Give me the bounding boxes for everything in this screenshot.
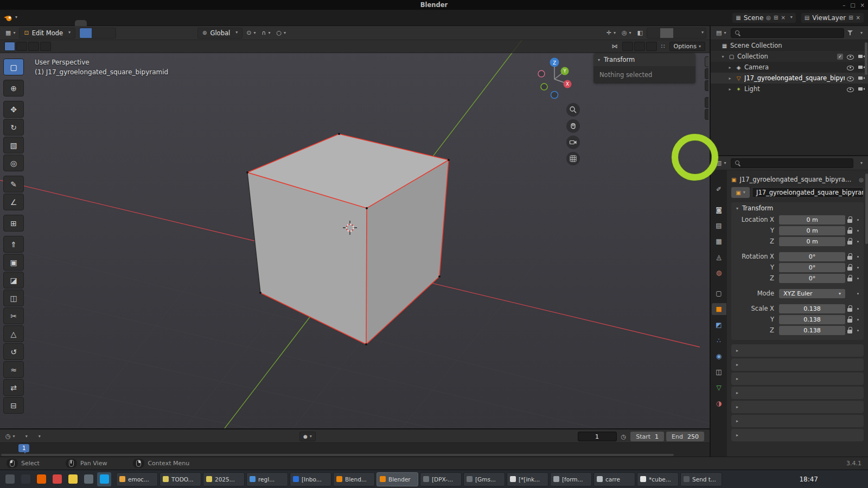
properties-tab[interactable]: ▤: [712, 220, 726, 232]
properties-tab[interactable]: ✐: [712, 183, 726, 195]
collapsed-section-header[interactable]: [731, 387, 864, 399]
proportional-edit-icon[interactable]: ○: [275, 29, 289, 36]
playhead-frame-badge[interactable]: 1: [18, 444, 29, 452]
tray-icon[interactable]: [835, 476, 843, 483]
tool-button[interactable]: ✎: [3, 176, 24, 192]
transport-button[interactable]: [319, 432, 329, 441]
lock-toggle[interactable]: [845, 238, 854, 245]
keyframe-dot[interactable]: [854, 267, 861, 268]
workspace-tab[interactable]: [170, 20, 182, 26]
taskbar-task[interactable]: Blend...: [333, 472, 375, 486]
value-field[interactable]: 0.138: [779, 315, 845, 324]
workspace-tab[interactable]: [99, 20, 111, 26]
frame-end-field[interactable]: End 250: [666, 432, 704, 441]
value-field[interactable]: 0°: [779, 263, 845, 272]
clock[interactable]: 18:47: [799, 476, 818, 483]
launcher-icon[interactable]: [3, 472, 17, 486]
transport-button[interactable]: [362, 432, 373, 441]
tool-button[interactable]: ⇑: [3, 236, 24, 253]
blender-logo-icon[interactable]: [3, 12, 17, 23]
tool-button[interactable]: ∠: [3, 194, 24, 210]
options-button[interactable]: Options: [669, 42, 705, 51]
launcher-icon[interactable]: [18, 472, 33, 486]
select-mode-button[interactable]: [104, 28, 116, 38]
value-field[interactable]: 0 m: [779, 226, 845, 235]
tray-icon[interactable]: [744, 476, 751, 483]
select-op-button[interactable]: [40, 42, 51, 51]
scene-selector[interactable]: ▦ Scene ◎ ⊞ ×: [732, 13, 796, 23]
outliner-row[interactable]: ▸ ✶ Light: [711, 84, 868, 94]
browse-object-icon[interactable]: ▣: [731, 187, 750, 198]
select-mode-button[interactable]: [80, 28, 92, 38]
tool-button[interactable]: ↺: [3, 343, 24, 360]
collapsed-section-header[interactable]: [731, 373, 864, 385]
tool-button[interactable]: ◪: [3, 272, 24, 288]
lock-toggle[interactable]: [845, 264, 854, 271]
taskbar-task[interactable]: TODO...: [159, 472, 201, 486]
select-op-button[interactable]: [28, 42, 39, 51]
show-overlays-icon[interactable]: ◎: [620, 29, 634, 36]
disable-render-camera-icon[interactable]: [858, 53, 865, 60]
navigation-gizmo[interactable]: Z Y X: [536, 53, 578, 102]
properties-tab[interactable]: ◍: [712, 267, 726, 279]
value-field[interactable]: XYZ Euler: [779, 289, 845, 298]
transport-button[interactable]: [341, 432, 351, 441]
pivot-point-icon[interactable]: ⊙: [244, 29, 258, 36]
show-gizmo-icon[interactable]: ✛: [604, 29, 618, 36]
outliner-row[interactable]: ▦ Scene Collection: [711, 40, 868, 51]
grid-ortho-button[interactable]: [566, 152, 580, 165]
lock-toggle[interactable]: [845, 305, 854, 312]
pan-hand-button[interactable]: [566, 119, 580, 133]
taskbar-task[interactable]: [Gms...: [463, 472, 505, 486]
hide-viewport-eye-icon[interactable]: [847, 64, 854, 71]
new-scene-icon[interactable]: ⊞: [774, 15, 778, 21]
tray-icon[interactable]: [764, 476, 771, 483]
sidebar-tab[interactable]: [705, 80, 709, 91]
workspace-tab[interactable]: [158, 20, 170, 26]
tool-button[interactable]: ↻: [3, 119, 24, 136]
tray-icon[interactable]: [846, 476, 853, 483]
properties-options-icon[interactable]: [856, 159, 865, 166]
taskbar-task[interactable]: emoc...: [116, 472, 158, 486]
select-mode-button[interactable]: [92, 28, 104, 38]
workspace-tab[interactable]: [75, 20, 87, 26]
value-field[interactable]: 0°: [779, 274, 845, 283]
taskbar-task[interactable]: *cube...: [637, 472, 679, 486]
properties-tab[interactable]: ◫: [712, 366, 726, 378]
properties-scrollbar[interactable]: [865, 174, 868, 244]
lock-toggle[interactable]: [845, 275, 854, 281]
hide-viewport-eye-icon[interactable]: [847, 86, 854, 93]
timeline-ruler[interactable]: 1: [0, 442, 710, 457]
tool-button[interactable]: ⊞: [3, 215, 24, 232]
tool-button[interactable]: ✥: [3, 101, 24, 118]
taskbar-task[interactable]: [*[ink...: [507, 472, 548, 486]
keyframe-dot[interactable]: [854, 241, 861, 242]
frame-start-field[interactable]: Start 1: [630, 432, 664, 441]
close-button[interactable]: ×: [860, 2, 865, 8]
sidebar-tab[interactable]: [705, 97, 709, 108]
new-viewlayer-icon[interactable]: ⊞: [848, 15, 853, 21]
tool-button[interactable]: ⊟: [3, 397, 24, 414]
taskbar-task[interactable]: carre_: [593, 472, 635, 486]
collapsed-section-header[interactable]: [731, 429, 864, 441]
shading-mode-button[interactable]: [647, 28, 660, 38]
workspace-tab[interactable]: [123, 20, 135, 26]
tool-button[interactable]: ▣: [3, 254, 24, 271]
workspace-tab[interactable]: [87, 20, 99, 26]
orientation-dropdown[interactable]: ⊛ Global: [197, 28, 242, 38]
properties-tab[interactable]: ◬: [712, 251, 726, 263]
mode-dropdown[interactable]: ⊡ Edit Mode: [19, 28, 75, 38]
taskbar-task[interactable]: 2025...: [203, 472, 245, 486]
transform-panel-header[interactable]: Transform: [593, 53, 695, 66]
launcher-icon[interactable]: [50, 472, 64, 486]
tray-icon[interactable]: [856, 476, 863, 483]
pin-id-icon[interactable]: ◎: [859, 177, 864, 183]
tool-button[interactable]: ⇄: [3, 379, 24, 396]
tool-button[interactable]: ✂: [3, 307, 24, 324]
tray-icon[interactable]: [775, 476, 782, 483]
camera-view-button[interactable]: [566, 136, 580, 149]
outliner-row[interactable]: ▸ ◈ Camera: [711, 62, 868, 73]
properties-tab[interactable]: ▢: [712, 287, 726, 299]
pin-icon[interactable]: ◎: [766, 15, 771, 21]
lock-toggle[interactable]: [845, 227, 854, 234]
